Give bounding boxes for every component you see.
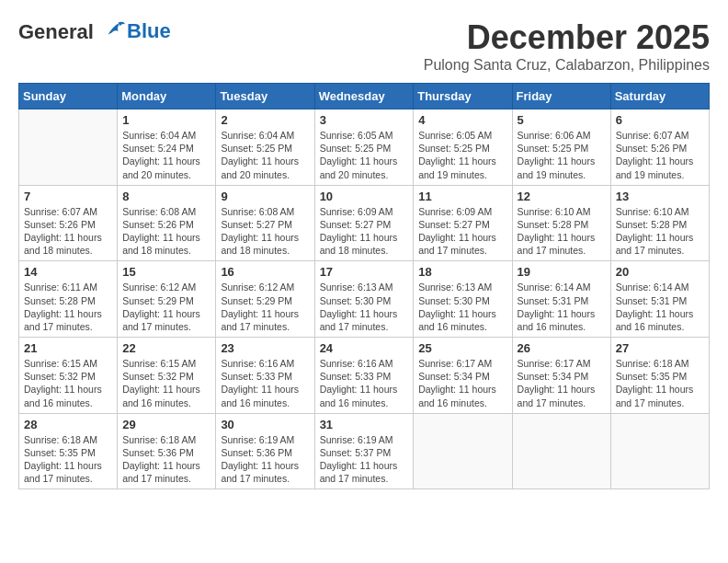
logo-blue-text: Blue: [127, 19, 171, 43]
logo-bird-icon: [101, 18, 127, 39]
day-number: 28: [24, 418, 112, 431]
day-number: 31: [320, 418, 409, 431]
day-info: Sunrise: 6:18 AMSunset: 5:35 PMDaylight:…: [24, 433, 112, 486]
day-number: 22: [122, 341, 210, 355]
day-number: 7: [24, 190, 112, 203]
day-number: 19: [518, 265, 606, 279]
calendar-cell: [512, 413, 610, 489]
day-number: 18: [418, 265, 506, 279]
calendar-cell: 4Sunrise: 6:05 AMSunset: 5:25 PMDaylight…: [414, 109, 512, 186]
day-info: Sunrise: 6:09 AMSunset: 5:27 PMDaylight:…: [418, 205, 506, 258]
column-header-saturday: Saturday: [610, 84, 709, 109]
day-number: 14: [24, 265, 112, 279]
day-info: Sunrise: 6:14 AMSunset: 5:31 PMDaylight:…: [518, 281, 606, 333]
calendar-cell: 30Sunrise: 6:19 AMSunset: 5:36 PMDayligh…: [216, 413, 314, 489]
day-number: 20: [616, 265, 704, 279]
column-header-friday: Friday: [512, 84, 610, 109]
day-info: Sunrise: 6:13 AMSunset: 5:30 PMDaylight:…: [320, 281, 409, 333]
calendar-cell: [19, 109, 118, 186]
day-info: Sunrise: 6:16 AMSunset: 5:33 PMDaylight:…: [221, 357, 309, 409]
day-info: Sunrise: 6:12 AMSunset: 5:29 PMDaylight:…: [122, 281, 210, 333]
day-number: 2: [221, 113, 309, 127]
day-number: 1: [122, 113, 210, 127]
day-number: 17: [320, 265, 409, 279]
day-info: Sunrise: 6:09 AMSunset: 5:27 PMDaylight:…: [320, 205, 409, 258]
calendar-cell: 3Sunrise: 6:05 AMSunset: 5:25 PMDaylight…: [314, 109, 414, 186]
day-info: Sunrise: 6:18 AMSunset: 5:36 PMDaylight:…: [122, 433, 210, 486]
day-info: Sunrise: 6:11 AMSunset: 5:28 PMDaylight:…: [24, 281, 112, 333]
day-number: 30: [221, 418, 309, 431]
day-info: Sunrise: 6:16 AMSunset: 5:33 PMDaylight:…: [320, 357, 409, 409]
calendar-cell: 14Sunrise: 6:11 AMSunset: 5:28 PMDayligh…: [19, 261, 118, 338]
day-info: Sunrise: 6:06 AMSunset: 5:25 PMDaylight:…: [518, 129, 606, 181]
calendar-cell: 29Sunrise: 6:18 AMSunset: 5:36 PMDayligh…: [118, 413, 216, 489]
calendar-cell: [414, 413, 512, 489]
calendar-cell: 1Sunrise: 6:04 AMSunset: 5:24 PMDaylight…: [118, 109, 216, 186]
day-info: Sunrise: 6:08 AMSunset: 5:26 PMDaylight:…: [122, 205, 210, 258]
day-number: 27: [616, 341, 704, 355]
calendar-cell: 31Sunrise: 6:19 AMSunset: 5:37 PMDayligh…: [314, 413, 414, 489]
calendar-week-row: 28Sunrise: 6:18 AMSunset: 5:35 PMDayligh…: [19, 413, 710, 489]
column-header-monday: Monday: [118, 84, 216, 109]
day-info: Sunrise: 6:17 AMSunset: 5:34 PMDaylight:…: [518, 357, 606, 409]
calendar-cell: 24Sunrise: 6:16 AMSunset: 5:33 PMDayligh…: [314, 338, 414, 414]
column-header-tuesday: Tuesday: [216, 84, 314, 109]
calendar-cell: 12Sunrise: 6:10 AMSunset: 5:28 PMDayligh…: [512, 185, 610, 261]
day-info: Sunrise: 6:04 AMSunset: 5:25 PMDaylight:…: [221, 129, 309, 181]
day-info: Sunrise: 6:10 AMSunset: 5:28 PMDaylight:…: [616, 205, 704, 258]
month-title: December 2025: [424, 18, 710, 57]
location-title: Pulong Santa Cruz, Calabarzon, Philippin…: [424, 57, 710, 74]
page-header: General Blue December 2025 Pulong Santa …: [18, 18, 710, 74]
calendar-week-row: 7Sunrise: 6:07 AMSunset: 5:26 PMDaylight…: [19, 185, 710, 261]
day-number: 12: [518, 190, 606, 203]
day-info: Sunrise: 6:12 AMSunset: 5:29 PMDaylight:…: [221, 281, 309, 333]
day-info: Sunrise: 6:07 AMSunset: 5:26 PMDaylight:…: [24, 205, 112, 258]
calendar-table: SundayMondayTuesdayWednesdayThursdayFrid…: [18, 83, 710, 489]
day-info: Sunrise: 6:05 AMSunset: 5:25 PMDaylight:…: [418, 129, 506, 181]
calendar-week-row: 1Sunrise: 6:04 AMSunset: 5:24 PMDaylight…: [19, 109, 710, 186]
calendar-cell: 17Sunrise: 6:13 AMSunset: 5:30 PMDayligh…: [314, 261, 414, 338]
calendar-cell: 10Sunrise: 6:09 AMSunset: 5:27 PMDayligh…: [314, 185, 414, 261]
day-number: 15: [122, 265, 210, 279]
day-info: Sunrise: 6:10 AMSunset: 5:28 PMDaylight:…: [518, 205, 606, 258]
calendar-cell: 16Sunrise: 6:12 AMSunset: 5:29 PMDayligh…: [216, 261, 314, 338]
calendar-cell: 11Sunrise: 6:09 AMSunset: 5:27 PMDayligh…: [414, 185, 512, 261]
day-info: Sunrise: 6:15 AMSunset: 5:32 PMDaylight:…: [122, 357, 210, 409]
calendar-week-row: 14Sunrise: 6:11 AMSunset: 5:28 PMDayligh…: [19, 261, 710, 338]
logo: General Blue: [18, 18, 171, 44]
day-number: 23: [221, 341, 309, 355]
calendar-cell: 2Sunrise: 6:04 AMSunset: 5:25 PMDaylight…: [216, 109, 314, 186]
day-info: Sunrise: 6:13 AMSunset: 5:30 PMDaylight:…: [418, 281, 506, 333]
column-header-sunday: Sunday: [19, 84, 118, 109]
logo-general: General: [18, 18, 127, 44]
calendar-cell: 28Sunrise: 6:18 AMSunset: 5:35 PMDayligh…: [19, 413, 118, 489]
day-info: Sunrise: 6:04 AMSunset: 5:24 PMDaylight:…: [122, 129, 210, 181]
day-number: 25: [418, 341, 506, 355]
calendar-cell: 8Sunrise: 6:08 AMSunset: 5:26 PMDaylight…: [118, 185, 216, 261]
day-info: Sunrise: 6:18 AMSunset: 5:35 PMDaylight:…: [616, 357, 704, 409]
day-info: Sunrise: 6:19 AMSunset: 5:37 PMDaylight:…: [320, 433, 409, 486]
day-info: Sunrise: 6:07 AMSunset: 5:26 PMDaylight:…: [616, 129, 704, 181]
day-number: 13: [616, 190, 704, 203]
day-number: 6: [616, 113, 704, 127]
day-number: 26: [518, 341, 606, 355]
calendar-cell: 21Sunrise: 6:15 AMSunset: 5:32 PMDayligh…: [19, 338, 118, 414]
calendar-week-row: 21Sunrise: 6:15 AMSunset: 5:32 PMDayligh…: [19, 338, 710, 414]
title-section: December 2025 Pulong Santa Cruz, Calabar…: [424, 18, 710, 74]
day-number: 3: [320, 113, 409, 127]
calendar-cell: 26Sunrise: 6:17 AMSunset: 5:34 PMDayligh…: [512, 338, 610, 414]
day-info: Sunrise: 6:17 AMSunset: 5:34 PMDaylight:…: [418, 357, 506, 409]
day-number: 8: [122, 190, 210, 203]
calendar-cell: 9Sunrise: 6:08 AMSunset: 5:27 PMDaylight…: [216, 185, 314, 261]
day-info: Sunrise: 6:14 AMSunset: 5:31 PMDaylight:…: [616, 281, 704, 333]
calendar-cell: 27Sunrise: 6:18 AMSunset: 5:35 PMDayligh…: [610, 338, 709, 414]
day-number: 29: [122, 418, 210, 431]
calendar-cell: 7Sunrise: 6:07 AMSunset: 5:26 PMDaylight…: [19, 185, 118, 261]
day-number: 9: [221, 190, 309, 203]
calendar-cell: 5Sunrise: 6:06 AMSunset: 5:25 PMDaylight…: [512, 109, 610, 186]
calendar-cell: 20Sunrise: 6:14 AMSunset: 5:31 PMDayligh…: [610, 261, 709, 338]
calendar-cell: 6Sunrise: 6:07 AMSunset: 5:26 PMDaylight…: [610, 109, 709, 186]
day-info: Sunrise: 6:19 AMSunset: 5:36 PMDaylight:…: [221, 433, 309, 486]
calendar-cell: 22Sunrise: 6:15 AMSunset: 5:32 PMDayligh…: [118, 338, 216, 414]
calendar-cell: 13Sunrise: 6:10 AMSunset: 5:28 PMDayligh…: [610, 185, 709, 261]
